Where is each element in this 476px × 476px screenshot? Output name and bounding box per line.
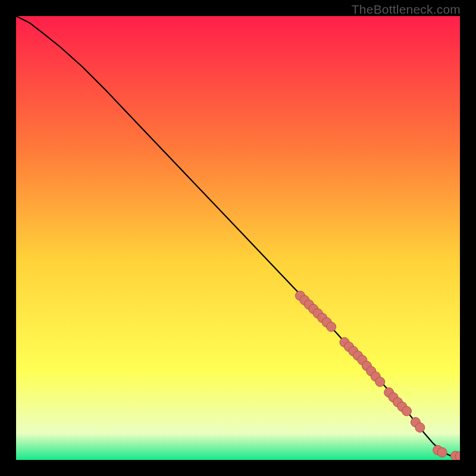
chart-stage: TheBottleneck.com	[0, 0, 476, 476]
chart-svg	[16, 16, 460, 460]
data-point	[402, 406, 411, 416]
data-point	[327, 322, 336, 331]
watermark-text: TheBottleneck.com	[352, 2, 461, 17]
data-point	[375, 377, 385, 387]
plot-area	[16, 16, 460, 460]
data-point	[415, 423, 425, 433]
data-point	[437, 447, 447, 457]
